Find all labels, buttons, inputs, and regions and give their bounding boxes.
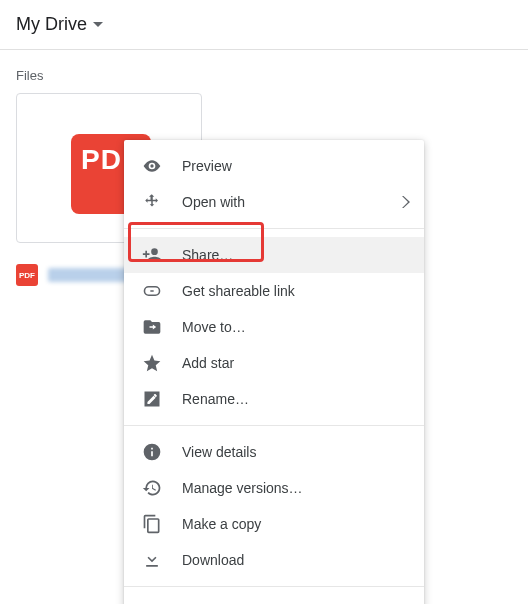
menu-item-get-link[interactable]: Get shareable link <box>124 273 424 309</box>
menu-separator <box>124 228 424 229</box>
menu-item-add-star[interactable]: Add star <box>124 345 424 381</box>
menu-item-view-details[interactable]: View details <box>124 434 424 470</box>
history-icon <box>140 476 164 500</box>
menu-label: Share… <box>182 247 233 263</box>
pdf-mini-icon: PDF <box>16 264 38 286</box>
menu-label: View details <box>182 444 256 460</box>
context-menu: Preview Open with Share… Get shareable l… <box>124 140 424 604</box>
menu-label: Download <box>182 552 244 568</box>
menu-label: Make a copy <box>182 516 261 532</box>
menu-label: Add star <box>182 355 234 371</box>
star-icon <box>140 351 164 375</box>
breadcrumb[interactable]: My Drive <box>0 0 528 49</box>
menu-item-rename[interactable]: Rename… <box>124 381 424 417</box>
menu-label: Preview <box>182 158 232 174</box>
menu-label: Move to… <box>182 319 246 335</box>
menu-item-preview[interactable]: Preview <box>124 148 424 184</box>
menu-label: Rename… <box>182 391 249 407</box>
menu-item-remove[interactable]: Remove <box>124 595 424 604</box>
info-icon <box>140 440 164 464</box>
copy-icon <box>140 512 164 536</box>
menu-item-share[interactable]: Share… <box>124 237 424 273</box>
file-caption-row[interactable]: PDF <box>16 264 138 286</box>
files-section-label: Files <box>0 50 528 93</box>
pencil-icon <box>140 387 164 411</box>
menu-item-download[interactable]: Download <box>124 542 424 578</box>
menu-item-make-copy[interactable]: Make a copy <box>124 506 424 542</box>
eye-icon <box>140 154 164 178</box>
breadcrumb-title: My Drive <box>16 14 87 35</box>
link-icon <box>140 279 164 303</box>
menu-item-move-to[interactable]: Move to… <box>124 309 424 345</box>
menu-label: Get shareable link <box>182 283 295 299</box>
menu-label: Open with <box>182 194 245 210</box>
menu-separator <box>124 586 424 587</box>
menu-item-open-with[interactable]: Open with <box>124 184 424 220</box>
menu-separator <box>124 425 424 426</box>
folder-move-icon <box>140 315 164 339</box>
download-icon <box>140 548 164 572</box>
caret-down-icon <box>93 22 103 28</box>
move-arrows-icon <box>140 190 164 214</box>
chevron-right-icon <box>402 196 410 208</box>
menu-item-manage-versions[interactable]: Manage versions… <box>124 470 424 506</box>
menu-label: Manage versions… <box>182 480 303 496</box>
person-add-icon <box>140 243 164 267</box>
